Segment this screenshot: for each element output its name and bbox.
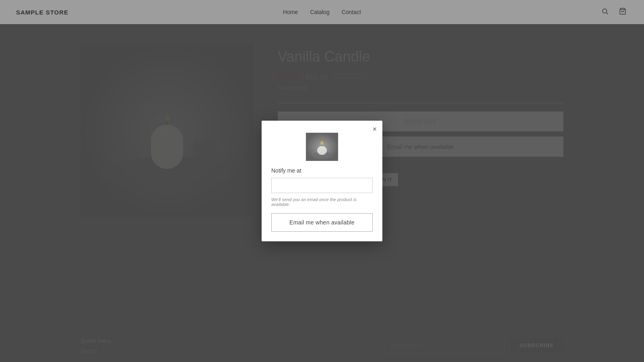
notify-submit-button[interactable]: Email me when available: [271, 213, 373, 232]
notify-hint: We'll send you an email once the product…: [271, 197, 373, 207]
modal-thumbnail: [306, 133, 338, 161]
svg-point-18: [320, 141, 324, 145]
modal-product-image: [271, 133, 373, 161]
notify-email-input[interactable]: [271, 178, 373, 193]
notify-label: Notify me at: [271, 167, 373, 174]
modal-thumb-svg: [306, 133, 338, 161]
svg-rect-16: [317, 146, 327, 155]
modal-overlay: ×: [0, 0, 644, 362]
modal-close-button[interactable]: ×: [372, 125, 377, 133]
notify-modal: ×: [262, 121, 382, 241]
